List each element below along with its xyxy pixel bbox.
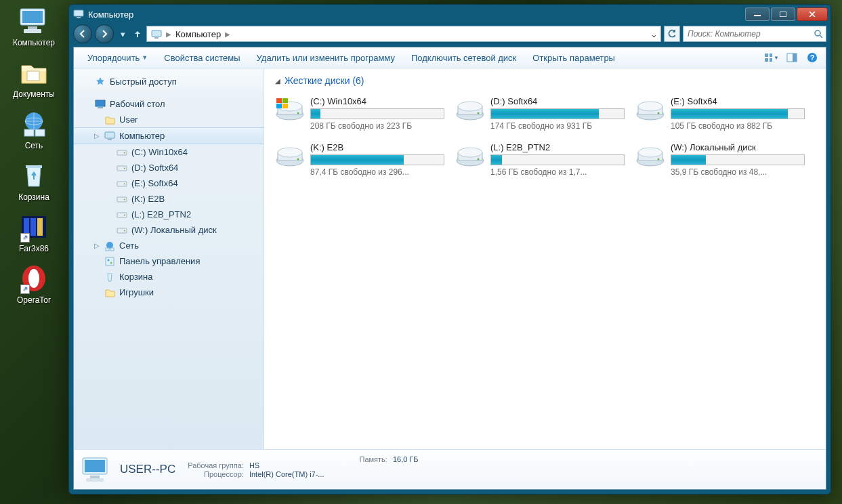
- desktop-icon-folder[interactable]: Документы: [5, 57, 62, 99]
- nav-item[interactable]: (K:) E2B: [74, 191, 264, 207]
- nav-item[interactable]: (C:) Win10x64: [74, 144, 264, 160]
- svg-rect-34: [108, 139, 112, 140]
- recycle-icon: [18, 160, 50, 191]
- maximize-button[interactable]: [771, 7, 795, 21]
- nav-item[interactable]: User: [74, 112, 264, 127]
- svg-rect-19: [780, 12, 786, 17]
- address-dropdown[interactable]: ⌄: [648, 29, 659, 39]
- expand-icon: [105, 226, 112, 234]
- hard-drives-group-header[interactable]: ◢ Жесткие диски (6): [274, 72, 816, 93]
- svg-rect-32: [98, 107, 103, 108]
- drive-icon: [455, 94, 485, 124]
- nav-item[interactable]: Панель управления: [74, 253, 264, 269]
- shortcut-badge: ↗: [20, 285, 30, 294]
- nav-item[interactable]: (D:) Softx64: [74, 160, 264, 175]
- organize-menu[interactable]: Упорядочить ▼: [79, 47, 156, 68]
- label: Рабочая группа:: [188, 461, 244, 469]
- search-input[interactable]: [686, 28, 814, 39]
- svg-rect-7: [24, 129, 34, 136]
- nav-item[interactable]: Корзина: [74, 269, 264, 285]
- navigation-pane[interactable]: Быстрый доступ Рабочий стол User▷Компьют…: [74, 68, 264, 449]
- label: Рабочий стол: [110, 99, 165, 109]
- address-bar[interactable]: ▶ Компьютер ▶ ⌄: [146, 26, 661, 42]
- nav-item[interactable]: (W:) Локальный диск: [74, 222, 264, 238]
- label: (E:) Softx64: [131, 178, 178, 188]
- titlebar[interactable]: Компьютер: [69, 5, 830, 22]
- drive-name: (K:) E2B: [310, 142, 444, 152]
- svg-rect-60: [276, 104, 282, 108]
- free-space-text: 174 ГБ свободно из 931 ГБ: [490, 121, 625, 131]
- drive-item[interactable]: (E:) Softx64105 ГБ свободно из 882 ГБ: [634, 93, 806, 133]
- drive-icon: [117, 147, 127, 158]
- drive-name: (D:) Softx64: [490, 96, 625, 106]
- computer-name: USER--PC: [120, 463, 175, 476]
- svg-rect-24: [770, 54, 772, 57]
- svg-point-42: [124, 198, 125, 200]
- drive-item[interactable]: (L:) E2B_PTN21,56 ГБ свободно из 1,7...: [454, 139, 626, 180]
- label: Компьютер: [5, 38, 62, 47]
- nav-item[interactable]: ▷Сеть: [74, 238, 264, 253]
- drive-item[interactable]: (K:) E2B87,4 ГБ свободно из 296...: [274, 139, 446, 180]
- desktop-header[interactable]: Рабочий стол: [74, 96, 264, 112]
- window-title: Компьютер: [88, 9, 133, 20]
- desktop-icon: [95, 99, 106, 110]
- svg-point-15: [28, 269, 39, 288]
- folder-icon: [104, 287, 115, 298]
- svg-rect-17: [77, 17, 81, 18]
- svg-rect-61: [282, 104, 288, 108]
- drive-item[interactable]: (W:) Локальный диск35,9 ГБ свободно из 4…: [634, 139, 806, 180]
- breadcrumb-computer[interactable]: Компьютер: [173, 29, 224, 39]
- drive-icon: [275, 140, 305, 170]
- back-button[interactable]: [73, 24, 92, 43]
- label: Память:: [360, 455, 387, 463]
- history-dropdown[interactable]: ▾: [117, 26, 129, 41]
- up-button[interactable]: [131, 26, 144, 41]
- main-pane[interactable]: ◢ Жесткие диски (6) (C:) Win10x64208 ГБ …: [264, 68, 826, 449]
- nav-item[interactable]: (L:) E2B_PTN2: [74, 207, 264, 222]
- svg-rect-1: [22, 11, 43, 23]
- svg-rect-59: [282, 98, 288, 103]
- star-icon: [95, 77, 106, 87]
- refresh-button[interactable]: [664, 26, 680, 42]
- nav-item[interactable]: (E:) Softx64: [74, 175, 264, 191]
- preview-pane-button[interactable]: [784, 49, 800, 66]
- minimize-button[interactable]: [745, 7, 770, 21]
- help-button[interactable]: ?: [804, 49, 820, 66]
- search-icon[interactable]: [814, 29, 823, 39]
- drive-item[interactable]: (D:) Softx64174 ГБ свободно из 931 ГБ: [454, 93, 626, 133]
- label: OperaTor: [5, 295, 62, 305]
- space-bar: [310, 154, 444, 165]
- search-box[interactable]: [683, 26, 826, 42]
- desktop-icon-recycle[interactable]: Корзина: [5, 160, 62, 202]
- svg-rect-4: [27, 71, 39, 81]
- desktop-icon-opera[interactable]: ↗OperaTor: [5, 263, 62, 305]
- collapse-icon: ◢: [275, 77, 280, 85]
- expand-icon: [105, 148, 112, 156]
- expand-icon: [105, 180, 112, 187]
- network-icon: [18, 108, 50, 140]
- view-menu-button[interactable]: ▼: [763, 49, 780, 66]
- nav-item[interactable]: ▷Компьютер: [74, 127, 264, 144]
- uninstall-button[interactable]: Удалить или изменить программу: [249, 47, 403, 68]
- open-settings-button[interactable]: Открыть параметры: [524, 47, 623, 68]
- quick-access-header[interactable]: Быстрый доступ: [74, 74, 264, 89]
- forward-button[interactable]: [95, 24, 114, 43]
- computer-icon: [18, 5, 50, 37]
- drive-icon: [275, 94, 305, 124]
- desktop-icon-network[interactable]: Сеть: [5, 108, 62, 150]
- svg-point-72: [278, 148, 302, 157]
- space-bar: [490, 154, 625, 165]
- address-root[interactable]: [148, 28, 165, 39]
- desktop-icon-far[interactable]: ↗Far3x86: [5, 211, 62, 253]
- drive-name: (C:) Win10x64: [310, 96, 444, 106]
- drive-item[interactable]: (C:) Win10x64208 ГБ свободно из 223 ГБ: [274, 93, 446, 133]
- nav-item[interactable]: Игрушки: [74, 285, 264, 300]
- details-grid: Рабочая группа: HS Процессор: Intel(R) C…: [188, 461, 324, 478]
- close-button[interactable]: [797, 7, 828, 21]
- map-drive-button[interactable]: Подключить сетевой диск: [403, 47, 524, 68]
- desktop-icon-computer[interactable]: Компьютер: [5, 5, 62, 47]
- label: (L:) E2B_PTN2: [131, 209, 191, 219]
- system-properties-button[interactable]: Свойства системы: [156, 47, 248, 68]
- svg-rect-23: [765, 54, 768, 57]
- svg-rect-9: [26, 165, 42, 168]
